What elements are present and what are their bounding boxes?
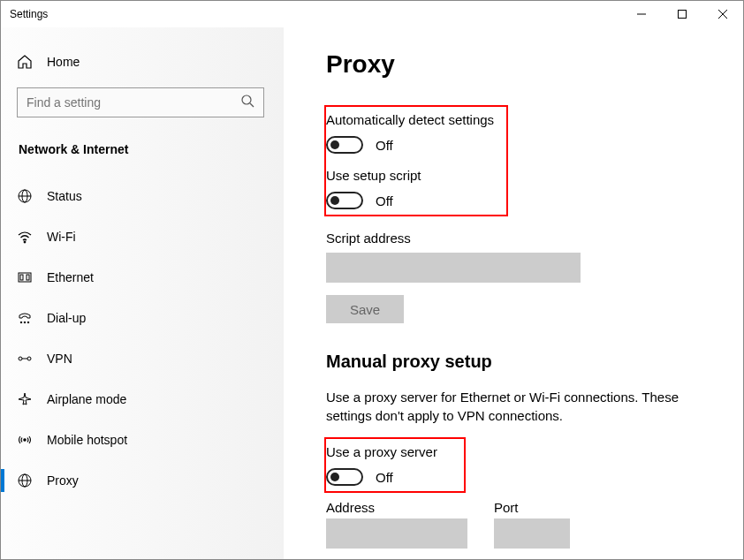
svg-point-19 [24,439,26,441]
auto-detect-label: Automatically detect settings [326,112,497,127]
save-button-label: Save [350,302,380,317]
page-title: Proxy [326,50,720,79]
svg-point-14 [24,322,26,323]
sidebar-item-label: Mobile hotspot [47,433,127,447]
sidebar-item-dialup[interactable]: Dial-up [17,298,284,338]
svg-point-17 [27,357,31,360]
port-input [494,518,570,549]
highlight-box-manual: Use a proxy server Off [324,437,466,493]
setup-script-label: Use setup script [326,168,497,183]
sidebar: Home Network & Internet Status Wi-Fi Eth… [1,27,284,559]
proxy-icon [17,473,33,488]
status-icon [17,188,33,204]
sidebar-item-label: Wi-Fi [47,230,76,244]
auto-detect-state: Off [376,138,393,153]
svg-line-5 [250,103,254,107]
use-proxy-toggle[interactable] [326,468,363,486]
sidebar-item-hotspot[interactable]: Mobile hotspot [17,420,284,460]
svg-point-16 [19,357,22,360]
wifi-icon [17,229,33,245]
auto-detect-toggle[interactable] [326,136,363,154]
svg-rect-11 [20,275,23,280]
manual-section-desc: Use a proxy server for Ethernet or Wi-Fi… [326,388,715,425]
port-label: Port [494,500,570,515]
sidebar-item-wifi[interactable]: Wi-Fi [17,216,284,257]
main-content: Proxy Automatically detect settings Off … [284,27,743,559]
script-address-input [326,253,581,283]
close-icon [718,10,727,19]
address-label: Address [326,500,467,515]
sidebar-item-label: Ethernet [47,270,94,284]
close-button[interactable] [702,1,743,27]
sidebar-item-ethernet[interactable]: Ethernet [17,257,284,298]
vpn-icon [17,351,33,367]
sidebar-item-label: Airplane mode [47,392,126,406]
home-icon [17,54,33,70]
sidebar-item-label: Proxy [47,473,79,488]
address-input [326,518,467,549]
search-field[interactable] [27,95,240,110]
sidebar-item-vpn[interactable]: VPN [17,338,284,379]
sidebar-item-proxy[interactable]: Proxy [17,460,284,501]
highlight-box-auto: Automatically detect settings Off Use se… [324,105,508,216]
dialup-icon [17,310,33,326]
minimize-icon [637,10,646,19]
section-title: Network & Internet [17,142,284,156]
search-icon [240,94,254,111]
save-button: Save [326,295,404,323]
maximize-button[interactable] [662,1,702,27]
setup-script-state: Off [376,193,393,208]
use-proxy-label: Use a proxy server [326,444,455,459]
svg-rect-12 [27,275,29,280]
airplane-icon [17,391,33,407]
setup-script-toggle[interactable] [326,192,363,209]
sidebar-item-label: Dial-up [47,311,86,325]
svg-point-13 [20,322,22,323]
script-address-label: Script address [326,231,720,246]
sidebar-item-label: VPN [47,352,72,366]
sidebar-item-airplane[interactable]: Airplane mode [17,379,284,420]
titlebar: Settings [1,1,743,27]
maximize-icon [678,10,687,19]
home-nav[interactable]: Home [17,45,284,79]
window-title: Settings [10,8,48,20]
home-label: Home [47,55,80,69]
sidebar-item-status[interactable]: Status [17,176,284,216]
manual-section-title: Manual proxy setup [326,352,720,372]
svg-point-9 [24,241,26,243]
ethernet-icon [17,269,33,285]
use-proxy-state: Off [376,470,393,485]
svg-point-4 [242,95,251,104]
sidebar-item-label: Status [47,189,82,203]
svg-point-15 [27,322,29,323]
minimize-button[interactable] [621,1,662,27]
hotspot-icon [17,432,33,448]
search-input[interactable] [17,87,264,117]
svg-rect-1 [679,11,687,19]
